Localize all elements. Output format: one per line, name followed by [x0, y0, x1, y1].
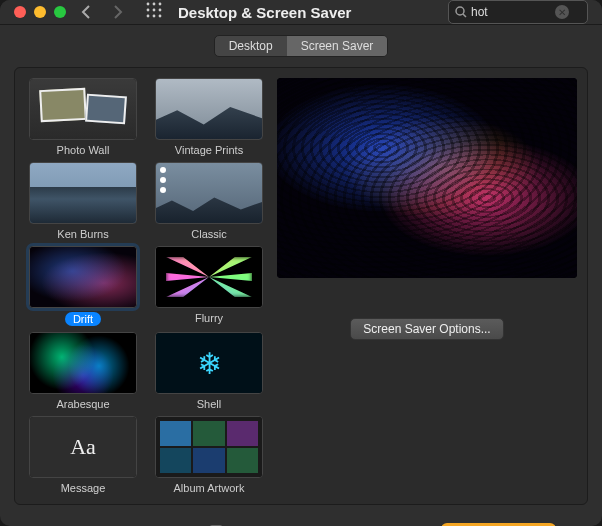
- svg-point-5: [159, 9, 162, 12]
- preferences-window: Desktop & Screen Saver ✕ Desktop Screen …: [0, 0, 602, 526]
- tab-screen-saver[interactable]: Screen Saver: [287, 36, 388, 56]
- zoom-button[interactable]: [54, 6, 66, 18]
- close-button[interactable]: [14, 6, 26, 18]
- saver-album-artwork[interactable]: Album Artwork: [151, 416, 267, 494]
- forward-button[interactable]: [106, 0, 130, 24]
- window-controls: [14, 6, 66, 18]
- saver-classic[interactable]: Classic: [151, 162, 267, 240]
- svg-point-7: [153, 15, 156, 18]
- saver-ken-burns[interactable]: Ken Burns: [25, 162, 141, 240]
- clear-search-button[interactable]: ✕: [555, 5, 569, 19]
- svg-point-2: [159, 3, 162, 6]
- svg-point-6: [147, 15, 150, 18]
- svg-point-9: [456, 7, 464, 15]
- window-title: Desktop & Screen Saver: [178, 4, 351, 21]
- saver-preview: [277, 78, 577, 278]
- screen-saver-panel: Photo Wall Vintage Prints Ken Burns Clas…: [14, 67, 588, 505]
- saver-arabesque[interactable]: Arabesque: [25, 332, 141, 410]
- svg-line-10: [463, 14, 466, 17]
- svg-point-3: [147, 9, 150, 12]
- tab-row: Desktop Screen Saver: [14, 35, 588, 57]
- svg-point-0: [147, 3, 150, 6]
- saver-flurry[interactable]: Flurry: [151, 246, 267, 326]
- saver-message[interactable]: AaMessage: [25, 416, 141, 494]
- svg-point-4: [153, 9, 156, 12]
- svg-point-1: [153, 3, 156, 6]
- bottom-bar: Start after: 20 Minutes ▲▼ Show with clo…: [0, 513, 602, 526]
- saver-photo-wall[interactable]: Photo Wall: [25, 78, 141, 156]
- search-icon: [455, 6, 467, 18]
- svg-point-8: [159, 15, 162, 18]
- saver-list[interactable]: Photo Wall Vintage Prints Ken Burns Clas…: [25, 78, 267, 494]
- titlebar: Desktop & Screen Saver ✕: [0, 0, 602, 25]
- minimize-button[interactable]: [34, 6, 46, 18]
- preview-pane: Screen Saver Options...: [277, 78, 577, 494]
- saver-vintage-prints[interactable]: Vintage Prints: [151, 78, 267, 156]
- saver-drift[interactable]: Drift: [25, 246, 141, 326]
- back-button[interactable]: [74, 0, 98, 24]
- tab-desktop[interactable]: Desktop: [215, 36, 287, 56]
- screen-saver-options-button[interactable]: Screen Saver Options...: [350, 318, 503, 340]
- search-input[interactable]: [471, 5, 551, 19]
- show-all-button[interactable]: [146, 2, 162, 22]
- saver-shell[interactable]: Shell: [151, 332, 267, 410]
- content-area: Desktop Screen Saver Photo Wall Vintage …: [0, 25, 602, 513]
- search-field[interactable]: ✕: [448, 0, 588, 24]
